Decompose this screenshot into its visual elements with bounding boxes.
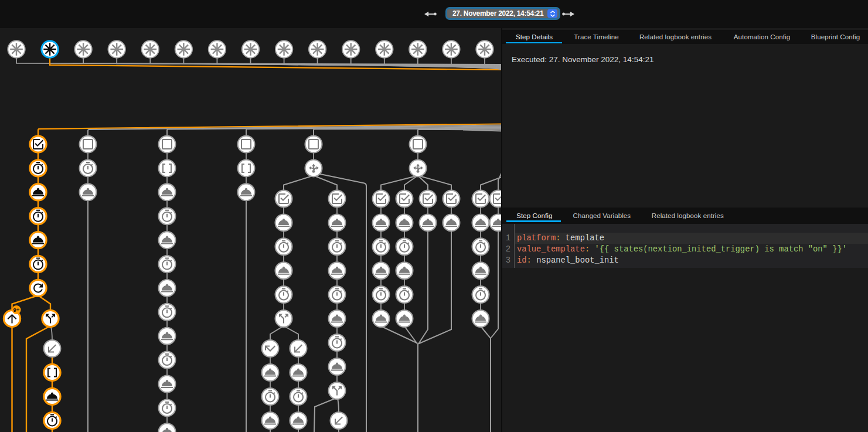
- svg-text:9+: 9+: [13, 307, 20, 313]
